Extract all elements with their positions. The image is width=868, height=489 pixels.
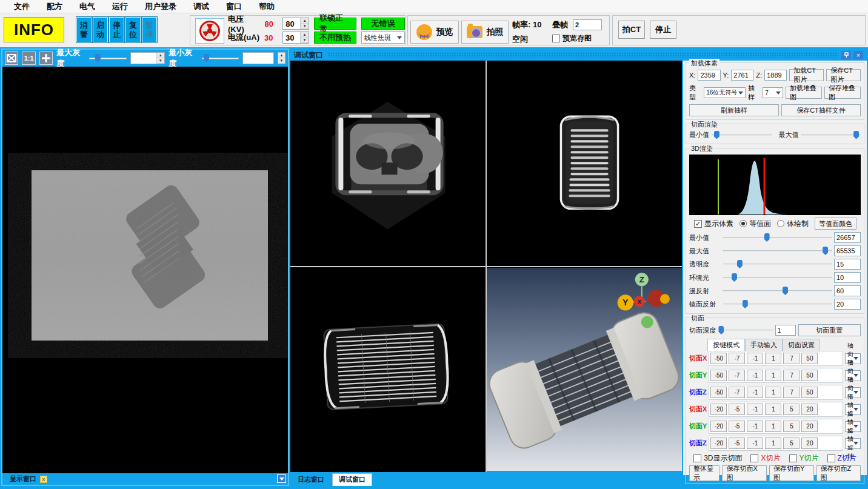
ct-top-view[interactable] xyxy=(290,267,486,473)
load-stack-button[interactable]: 加载堆叠图 xyxy=(786,87,822,99)
step-button[interactable]: -50 xyxy=(710,353,727,364)
max-value-input[interactable]: 65535 xyxy=(834,245,861,256)
save-slice-x-button[interactable]: 保存切面X图 xyxy=(722,465,767,481)
step-button[interactable]: -20 xyxy=(710,404,727,415)
step-button[interactable]: 20 xyxy=(801,404,818,415)
voxel-y-input[interactable]: 2761 xyxy=(731,70,753,81)
slice-max-slider[interactable] xyxy=(801,131,861,139)
step-button[interactable]: 1 xyxy=(765,404,781,415)
reset-button[interactable]: 复位 xyxy=(125,17,141,42)
shoot-ct-button[interactable]: 拍CT xyxy=(618,21,645,39)
fit-screen-icon[interactable] xyxy=(5,52,18,65)
step-button[interactable]: 1 xyxy=(765,353,781,364)
close-icon[interactable]: × xyxy=(40,476,47,483)
slice-z-rotate-select[interactable]: 沿轴旋转 xyxy=(845,438,861,449)
isosurface-radio[interactable]: 等值面 xyxy=(739,219,771,229)
show-3d-slice-checkbox[interactable]: 3D显示切面 xyxy=(693,453,742,464)
voltage-up-arrow[interactable]: ▲ xyxy=(301,18,309,24)
x-slice-checkbox[interactable]: X切片 xyxy=(750,453,780,464)
diffuse-input[interactable]: 60 xyxy=(834,285,861,296)
menu-debug[interactable]: 调试 xyxy=(185,0,217,13)
crosshair-icon[interactable] xyxy=(39,52,53,65)
radiograph-view[interactable] xyxy=(2,67,288,473)
pause-button[interactable]: 暂停 xyxy=(142,17,157,42)
tab-key-mode[interactable]: 按键模式 xyxy=(707,339,745,351)
menu-run[interactable]: 运行 xyxy=(104,0,136,13)
y-slice-checkbox[interactable]: Y切片 xyxy=(789,453,819,464)
refresh-sample-button[interactable]: 刷新抽样 xyxy=(689,104,779,116)
load-ct-images-button[interactable]: 加载CT图片 xyxy=(789,69,824,81)
close-icon[interactable]: × xyxy=(853,51,863,59)
start-button[interactable]: 启动 xyxy=(93,17,108,42)
current-spinbox[interactable]: 30 ▲▼ xyxy=(282,32,309,44)
ct-stop-button[interactable]: 停止 xyxy=(650,21,676,39)
tab-list-dropdown[interactable] xyxy=(277,474,286,483)
save-ct-sample-button[interactable]: 保存CT抽样文件 xyxy=(781,104,861,116)
menu-recipe[interactable]: 配方 xyxy=(39,0,70,13)
show-whole-button[interactable]: 整体显示 xyxy=(689,465,719,481)
tab-log-window[interactable]: 日志窗口 xyxy=(292,474,330,486)
step-button[interactable]: -1 xyxy=(747,437,763,449)
step-button[interactable]: 7 xyxy=(783,353,800,364)
menu-window[interactable]: 窗口 xyxy=(218,0,250,13)
z-slice-checkbox[interactable]: Z切片 xyxy=(827,453,856,464)
min-gray-stepper[interactable]: ▲▼ xyxy=(278,52,285,64)
max-value-slider[interactable] xyxy=(723,247,832,255)
step-button[interactable]: 50 xyxy=(801,387,818,398)
step-button[interactable]: 1 xyxy=(765,387,781,398)
sample-select[interactable]: 7 xyxy=(763,87,783,98)
slice-depth-slider[interactable] xyxy=(718,326,773,334)
step-button[interactable]: 50 xyxy=(801,353,818,364)
save-slice-z-button[interactable]: 保存切面Z图 xyxy=(816,465,861,481)
step-button[interactable]: 5 xyxy=(783,421,800,432)
voltage-down-arrow[interactable]: ▼ xyxy=(301,24,309,29)
step-button[interactable]: -1 xyxy=(747,421,763,432)
opacity-input[interactable]: 15 xyxy=(834,259,861,270)
tab-display-window[interactable]: 显示窗口 × xyxy=(5,474,52,484)
ct-side-view[interactable] xyxy=(487,61,682,266)
step-button[interactable]: 50 xyxy=(801,370,818,381)
voxel-x-input[interactable]: 2359 xyxy=(698,70,720,81)
step-button[interactable]: 1 xyxy=(765,437,781,449)
step-button[interactable]: 20 xyxy=(801,437,818,449)
step-button[interactable]: -5 xyxy=(729,437,745,449)
tab-debug-window[interactable]: 调试窗口 xyxy=(332,473,372,486)
volume-3d-view[interactable]: Z Y x xyxy=(487,267,682,473)
max-gray-up[interactable]: ▲ xyxy=(156,53,164,58)
step-button[interactable]: -5 xyxy=(729,404,745,415)
capture-button[interactable]: 拍照 xyxy=(461,21,509,44)
max-gray-slider[interactable] xyxy=(89,54,126,62)
mute-alarm-button[interactable]: 消警 xyxy=(76,17,92,42)
step-button[interactable]: 7 xyxy=(783,387,800,398)
step-button[interactable]: 1 xyxy=(765,421,781,432)
step-button[interactable]: -5 xyxy=(729,421,745,432)
current-down-arrow[interactable]: ▼ xyxy=(301,38,309,43)
menu-electrical[interactable]: 电气 xyxy=(72,0,103,13)
step-button[interactable]: -7 xyxy=(729,353,745,364)
one-to-one-zoom-button[interactable]: 1:1 xyxy=(22,52,35,65)
step-button[interactable]: -50 xyxy=(710,387,727,398)
preview-button[interactable]: 预览 xyxy=(410,21,459,44)
min-value-slider[interactable] xyxy=(723,233,832,242)
specular-input[interactable]: 20 xyxy=(834,299,861,310)
voxel-z-input[interactable]: 1889 xyxy=(764,70,787,81)
current-up-arrow[interactable]: ▲ xyxy=(301,32,309,38)
histogram[interactable] xyxy=(689,155,861,215)
save-preview-checkbox[interactable]: 预览存图 xyxy=(552,33,602,44)
min-gray-slider[interactable] xyxy=(202,54,239,62)
step-button[interactable]: 1 xyxy=(765,370,781,381)
step-button[interactable]: -7 xyxy=(729,387,745,398)
ambient-slider[interactable] xyxy=(723,273,832,282)
specular-slider[interactable] xyxy=(723,300,832,308)
opacity-slider[interactable] xyxy=(723,260,832,268)
menu-user-login[interactable]: 用户登录 xyxy=(137,0,184,13)
stack-frames-input[interactable]: 2 xyxy=(573,19,602,30)
tab-slice-settings[interactable]: 切面设置 xyxy=(783,339,820,351)
step-button[interactable]: -7 xyxy=(729,370,745,381)
step-button[interactable]: 5 xyxy=(783,437,800,449)
max-gray-down[interactable]: ▼ xyxy=(156,58,164,64)
save-stack-button[interactable]: 保存堆叠图 xyxy=(824,87,861,99)
menu-file[interactable]: 文件 xyxy=(6,0,38,13)
step-button[interactable]: 5 xyxy=(783,404,800,415)
step-button[interactable]: -20 xyxy=(710,421,727,432)
